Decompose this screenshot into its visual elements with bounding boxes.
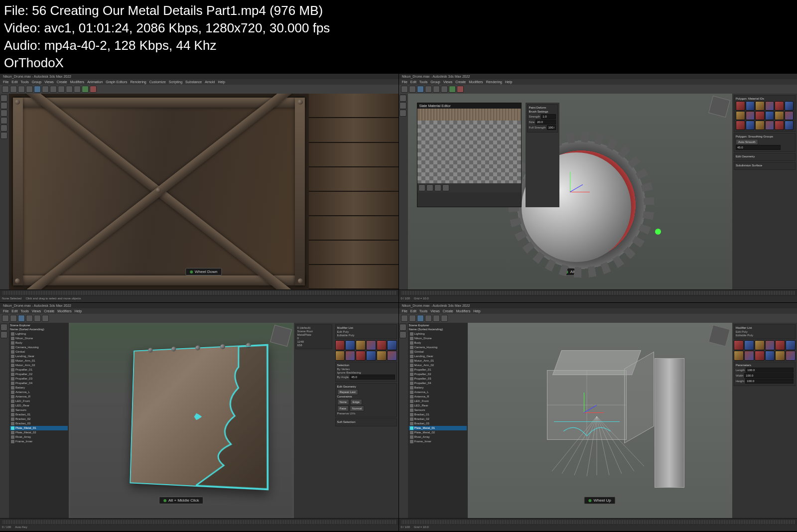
menu-views[interactable]: Views: [44, 80, 54, 84]
menu-views[interactable]: Views: [443, 80, 453, 84]
sample-slot[interactable]: [744, 340, 754, 350]
select-icon[interactable]: [34, 86, 41, 93]
move-icon[interactable]: [425, 86, 432, 93]
scene-tree-item[interactable]: Propeller_04: [10, 381, 68, 386]
rotate-icon[interactable]: [433, 86, 440, 93]
scene-tree-item[interactable]: Propeller_02: [10, 372, 68, 377]
status-autokey[interactable]: Auto Key: [15, 526, 27, 531]
constraint-face[interactable]: Face: [337, 405, 349, 411]
softsel-title[interactable]: Soft Selection: [337, 420, 395, 423]
mod-editablepoly[interactable]: Editable Poly: [337, 334, 355, 337]
ignore-check[interactable]: Ignore Backfacing: [337, 371, 361, 374]
constraint-edge[interactable]: Edge: [350, 399, 362, 405]
viewcube[interactable]: [708, 96, 730, 118]
redo-icon[interactable]: [10, 86, 17, 93]
width-input[interactable]: [744, 373, 794, 378]
scene-tree-item[interactable]: Nikon_Drone: [409, 336, 467, 341]
scene-tree-item[interactable]: Frame_Inner: [409, 439, 467, 444]
scene-tree-item[interactable]: Rivet_Array: [409, 435, 467, 439]
show-map-icon[interactable]: [442, 184, 449, 191]
material-editor-icon[interactable]: [449, 86, 456, 93]
snap-icon[interactable]: [66, 86, 73, 93]
menu-file[interactable]: File: [402, 309, 407, 313]
byvertex-check[interactable]: By Vertex: [337, 368, 350, 371]
sample-slot[interactable]: [785, 111, 794, 121]
scale-icon[interactable]: [441, 315, 448, 322]
menu-arnold[interactable]: Arnold: [205, 80, 215, 84]
render-icon[interactable]: [457, 86, 464, 93]
menu-create[interactable]: Create: [44, 309, 54, 313]
scene-tree-item[interactable]: Battery: [10, 386, 68, 390]
material-preview-area[interactable]: [417, 109, 521, 183]
scene-tree-item[interactable]: Rivet_Array: [10, 435, 68, 439]
menu-group[interactable]: Group: [32, 80, 41, 84]
undo-icon[interactable]: [2, 86, 9, 93]
scene-tree-item[interactable]: Propeller_01: [409, 368, 467, 372]
sample-slot[interactable]: [356, 351, 366, 361]
scene-tree-item[interactable]: Camera_Housing: [409, 345, 467, 350]
sample-slot[interactable]: [746, 121, 755, 130]
repeat-button[interactable]: Repeat Last: [337, 389, 358, 395]
rotate-icon[interactable]: [50, 86, 57, 93]
scene-tree-item[interactable]: LED_Front: [10, 399, 68, 403]
menu-rendering[interactable]: Rendering: [486, 80, 502, 84]
hierarchy-tab-icon[interactable]: [399, 110, 406, 117]
sample-slot[interactable]: [387, 351, 397, 361]
scene-tree-item[interactable]: Antenna_R: [10, 395, 68, 399]
scene-tree-item[interactable]: Propeller_03: [409, 377, 467, 381]
menu-graph[interactable]: Graph Editors: [106, 80, 127, 84]
sample-slot[interactable]: [755, 111, 765, 121]
sample-slot[interactable]: [736, 121, 745, 130]
scale-icon[interactable]: [441, 86, 448, 93]
axis-x-icon[interactable]: [570, 192, 590, 192]
motion-tab-icon[interactable]: [0, 117, 7, 124]
scene-tree-item[interactable]: Antenna_R: [409, 395, 467, 399]
sample-slot[interactable]: [755, 351, 765, 361]
scene-tree-item[interactable]: Battery: [409, 386, 467, 390]
menu-modifiers[interactable]: Modifiers: [469, 80, 483, 84]
scene-tree-item[interactable]: Propeller_01: [10, 368, 68, 372]
sample-slot[interactable]: [734, 351, 744, 361]
render-icon[interactable]: [90, 86, 97, 93]
menu-edit[interactable]: Edit: [11, 80, 17, 84]
move-icon[interactable]: [26, 315, 33, 322]
scene-tree-item[interactable]: Sensors: [409, 408, 467, 412]
menu-help[interactable]: Help: [218, 80, 225, 84]
byangle-input[interactable]: [350, 375, 395, 380]
sample-slot[interactable]: [765, 121, 775, 130]
mod-editpoly[interactable]: Edit Poly: [736, 330, 748, 333]
material-editor-window[interactable]: Slate Material Editor: [417, 103, 522, 207]
scene-tree-item[interactable]: Propeller_03: [10, 377, 68, 381]
viewcube[interactable]: [708, 325, 730, 347]
scene-tree-item[interactable]: Motor_Arm_02: [10, 363, 68, 368]
menu-file[interactable]: File: [3, 80, 8, 84]
menu-create[interactable]: Create: [443, 309, 453, 313]
create-tab-icon[interactable]: [0, 95, 7, 102]
viewport-reference[interactable]: Wheel Down: [9, 94, 398, 289]
menu-substance[interactable]: Substance: [185, 80, 202, 84]
threshold-input[interactable]: [736, 145, 781, 150]
menu-file[interactable]: File: [402, 80, 407, 84]
sample-slot[interactable]: [765, 111, 775, 121]
axis-x-icon[interactable]: [584, 412, 604, 413]
select-icon[interactable]: [417, 86, 424, 93]
scene-tree-item[interactable]: Gimbal: [409, 350, 467, 354]
display-tab-icon[interactable]: [0, 125, 7, 132]
scene-tree-item[interactable]: LED_Front: [409, 399, 467, 403]
sample-slot[interactable]: [786, 351, 796, 361]
viewport-perspective[interactable]: Slate Material Editor Paint Deform Br: [408, 94, 733, 289]
select-icon[interactable]: [417, 315, 424, 322]
link-icon[interactable]: [18, 86, 25, 93]
scene-tree-item[interactable]: Frame_Inner: [10, 439, 68, 444]
scene-tree-item[interactable]: Bracket_02: [10, 417, 68, 421]
utilities-tab-icon[interactable]: [0, 132, 7, 139]
constraint-none[interactable]: None: [337, 399, 349, 405]
undo-icon[interactable]: [401, 86, 408, 93]
scene-explorer[interactable]: Scene Explorer Name (Sorted Ascending) L…: [9, 323, 69, 519]
sample-slot[interactable]: [356, 340, 366, 350]
assign-material-icon[interactable]: [426, 184, 433, 191]
sample-slot[interactable]: [765, 351, 775, 361]
sample-slot[interactable]: [765, 101, 775, 111]
timeline[interactable]: [0, 289, 398, 296]
undo-icon[interactable]: [2, 315, 9, 322]
